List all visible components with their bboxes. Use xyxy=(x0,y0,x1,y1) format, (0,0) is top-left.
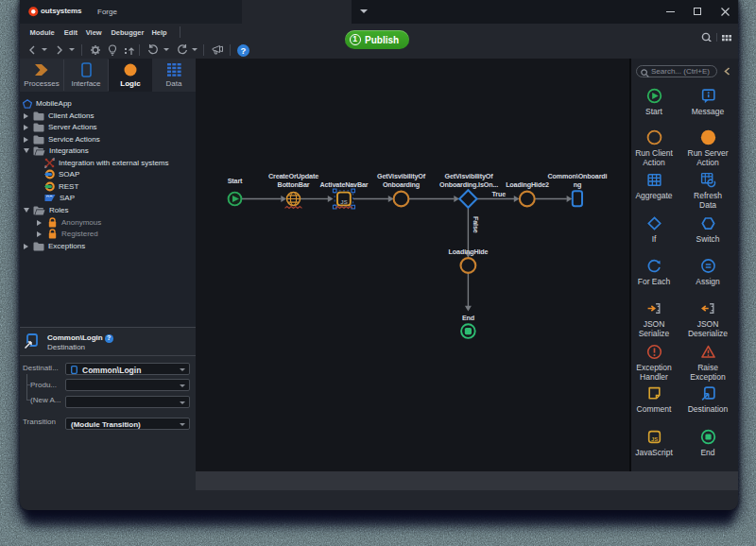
svg-text:True: True xyxy=(492,190,507,198)
svg-text:Onboarding.IsOn...: Onboarding.IsOn... xyxy=(439,180,498,189)
svg-text:BottonBar: BottonBar xyxy=(278,180,310,189)
svg-text:JS: JS xyxy=(650,436,657,442)
svg-text:ng: ng xyxy=(574,180,581,189)
svg-text:JS: JS xyxy=(340,199,347,205)
svg-text:False: False xyxy=(472,216,480,233)
svg-text:LoadingHide: LoadingHide xyxy=(449,247,489,256)
svg-text:Start: Start xyxy=(228,177,243,185)
svg-text:GetVisvibilityOf: GetVisvibilityOf xyxy=(445,172,494,180)
svg-text:GetVisvibilityOf: GetVisvibilityOf xyxy=(377,172,426,180)
svg-text:Onboarding: Onboarding xyxy=(383,180,420,189)
svg-text:End: End xyxy=(462,314,474,322)
svg-text:Common\Onboardi: Common\Onboardi xyxy=(548,172,608,180)
svg-text:LoadingHide2: LoadingHide2 xyxy=(506,180,549,189)
svg-text:CreateOrUpdate: CreateOrUpdate xyxy=(268,172,318,180)
svg-text:ActivateNavBar: ActivateNavBar xyxy=(319,180,368,189)
